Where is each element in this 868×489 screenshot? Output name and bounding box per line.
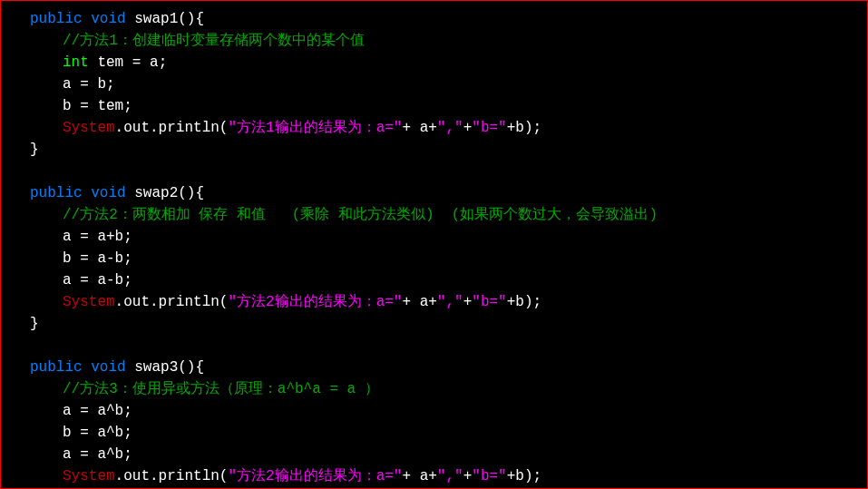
code-line: a = b;	[1, 73, 867, 95]
code-line: public void swap2(){	[1, 182, 867, 204]
code-text: +b);	[507, 294, 541, 310]
keyword: public void	[30, 11, 126, 27]
function-decl: swap3(){	[126, 359, 204, 376]
code-text: a = a-b;	[63, 272, 132, 289]
code-line: System.out.println("方法2输出的结果为：a="+ a+","…	[1, 291, 867, 313]
code-text: a = a^b;	[63, 446, 132, 463]
brace: }	[30, 142, 39, 158]
code-line: //方法3：使用异或方法（原理：a^b^a = a ）	[1, 378, 867, 400]
code-line: b = tem;	[1, 95, 867, 117]
code-text: + a+	[402, 120, 436, 136]
string-literal: "方法1输出的结果为：a="	[228, 120, 402, 136]
type-keyword: int	[63, 54, 89, 71]
code-text: b = a-b;	[63, 250, 132, 267]
string-literal: "b="	[472, 294, 506, 310]
member-call: .out.println(	[115, 294, 229, 310]
code-line: a = a+b;	[1, 226, 867, 248]
string-literal: "b="	[472, 468, 506, 484]
string-literal: ","	[437, 120, 463, 136]
code-text: + a+	[402, 294, 436, 310]
code-text: b = a^b;	[63, 425, 132, 441]
string-literal: "方法2输出的结果为：a="	[228, 468, 402, 484]
brace: }	[30, 316, 39, 332]
code-text: +	[463, 294, 473, 310]
code-line: System.out.println("方法2输出的结果为：a="+ a+","…	[1, 465, 867, 487]
keyword: public void	[30, 185, 126, 201]
string-literal: ","	[437, 294, 463, 310]
code-text: a = a^b;	[63, 403, 132, 419]
function-decl: swap1(){	[126, 11, 204, 27]
code-line: a = a-b;	[1, 269, 867, 291]
code-line: System.out.println("方法1输出的结果为：a="+ a+","…	[1, 117, 867, 139]
comment: //方法1：创建临时变量存储两个数中的某个值	[63, 33, 365, 49]
code-line: b = a^b;	[1, 422, 867, 444]
code-text: + a+	[402, 468, 436, 484]
keyword: public void	[30, 359, 126, 376]
code-line: //方法2：两数相加 保存 和值 (乘除 和此方法类似) (如果两个数过大，会导…	[1, 204, 867, 226]
class-ref: System	[63, 294, 115, 310]
code-editor[interactable]: public void swap1(){ //方法1：创建临时变量存储两个数中的…	[0, 0, 868, 489]
class-ref: System	[63, 120, 115, 136]
code-text: +b);	[507, 468, 541, 484]
string-literal: ","	[437, 468, 463, 484]
function-decl: swap2(){	[126, 185, 204, 201]
code-text: +	[463, 120, 473, 136]
member-call: .out.println(	[115, 120, 229, 136]
code-line: public void swap3(){	[1, 357, 867, 378]
comment: //方法2：两数相加 保存 和值 (乘除 和此方法类似) (如果两个数过大，会导…	[63, 207, 658, 223]
code-line: b = a-b;	[1, 248, 867, 269]
member-call: .out.println(	[115, 468, 229, 484]
code-text: +	[463, 468, 473, 484]
code-text: +b);	[507, 120, 541, 136]
code-line: //方法1：创建临时变量存储两个数中的某个值	[1, 30, 867, 52]
code-line: }	[1, 313, 867, 335]
code-line: a = a^b;	[1, 444, 867, 465]
code-text: b = tem;	[63, 98, 132, 114]
string-literal: "方法2输出的结果为：a="	[228, 294, 402, 310]
code-text: tem = a;	[89, 54, 167, 71]
blank-line	[1, 161, 867, 182]
string-literal: "b="	[472, 120, 506, 136]
code-line: a = a^b;	[1, 400, 867, 422]
blank-line	[1, 335, 867, 357]
code-line: public void swap1(){	[1, 8, 867, 30]
class-ref: System	[63, 468, 115, 484]
comment: //方法3：使用异或方法（原理：a^b^a = a ）	[63, 381, 379, 397]
code-text: a = a+b;	[63, 229, 132, 245]
code-line: int tem = a;	[1, 52, 867, 73]
code-text: a = b;	[63, 76, 115, 93]
code-line: }	[1, 139, 867, 161]
